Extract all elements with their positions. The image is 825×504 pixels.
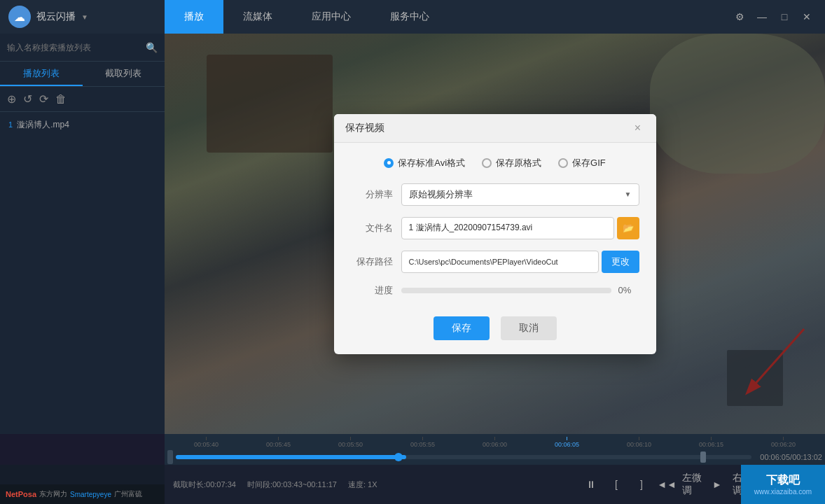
modal-body: 保存标准Avi格式 保存原格式 保存GIF 分辨率 原始视频分辨率 <box>334 143 656 354</box>
modal-overlay: 保存视频 × 保存标准Avi格式 保存原格式 保存GIF <box>165 34 825 434</box>
scrub-fill <box>176 455 406 459</box>
pause-button[interactable]: ⏸ <box>581 475 601 494</box>
search-bar: 🔍 <box>0 34 165 62</box>
filename-input[interactable]: 1 漩涡情人_20200907154739.avi <box>401 217 614 239</box>
brand-text1: 东方网力 <box>39 489 67 499</box>
sidebar: 🔍 播放列表 截取列表 ⊕ ↺ ⟳ 🗑 1 漩涡博人.mp4 <box>0 34 165 434</box>
avi-radio[interactable] <box>384 158 394 168</box>
scrub-handle[interactable] <box>394 453 403 461</box>
modal-title: 保存视频 <box>345 122 384 134</box>
watermark: 下载吧 www.xiazaiba.com <box>741 465 825 504</box>
speed: 速度: 1X <box>348 479 377 490</box>
resolution-select[interactable]: 原始视频分辨率 ▼ <box>401 183 639 206</box>
change-path-button[interactable]: 更改 <box>602 251 639 273</box>
brand-bar: NetPosa 东方网力 Smartepyeye 广州富硫 <box>0 484 165 504</box>
mark-5: 00:06:05 <box>555 441 579 448</box>
filename-group: 1 漩涡情人_20200907154739.avi 📂 <box>401 217 639 239</box>
cloud-icon: ☁ <box>14 10 25 24</box>
timeline-scrubber[interactable]: 00:06:05/00:13:02 <box>165 449 825 465</box>
progress-text: 0% <box>618 285 639 295</box>
format-gif-option[interactable]: 保存GIF <box>558 157 606 169</box>
chevron-down-icon: ▼ <box>625 190 632 198</box>
cut-duration: 截取时长:00:07:34 <box>173 479 236 490</box>
time-display: 00:06:05/00:13:02 <box>760 453 822 461</box>
mark-3: 00:05:55 <box>410 441 435 448</box>
brand-text3: 广州富硫 <box>114 489 142 499</box>
progress-bar <box>401 288 611 293</box>
resolution-value: 原始视频分辨率 <box>409 188 473 201</box>
window-controls: ⚙ — □ ✕ <box>730 7 825 27</box>
brand-logo: NetPosa <box>6 490 36 498</box>
brand-text2: Smartepyeye <box>70 491 111 498</box>
mark-7: 00:06:15 <box>699 441 723 448</box>
search-icon[interactable]: 🔍 <box>146 42 158 53</box>
savepath-group: C:\Users\pc\Documents\PEPlayer\VideoCut … <box>401 251 639 273</box>
mark-0: 00:05:40 <box>194 441 219 448</box>
gif-label: 保存GIF <box>572 157 606 169</box>
tab-cut[interactable]: 截取列表 <box>83 62 165 86</box>
format-original-option[interactable]: 保存原格式 <box>482 157 541 169</box>
resolution-label: 分辨率 <box>351 188 393 201</box>
loop-button[interactable]: ↺ <box>23 92 32 106</box>
nav-tabs: 播放 流媒体 应用中心 服务中心 <box>165 0 730 34</box>
progress-label: 进度 <box>351 284 393 297</box>
settings-button[interactable]: ⚙ <box>730 7 749 27</box>
maximize-button[interactable]: □ <box>775 7 794 27</box>
avi-label: 保存标准Avi格式 <box>398 157 465 169</box>
watermark-sub: www.xiazaiba.com <box>754 488 812 496</box>
tab-playlist[interactable]: 播放列表 <box>0 62 83 86</box>
refresh-button[interactable]: ⟳ <box>39 92 48 106</box>
scrub-end-handle[interactable] <box>700 451 706 463</box>
add-button[interactable]: ⊕ <box>7 92 16 106</box>
gif-radio[interactable] <box>558 158 568 168</box>
dropdown-arrow-icon[interactable]: ▼ <box>81 13 88 21</box>
save-button[interactable]: 保存 <box>434 316 490 340</box>
timeline-area: 00:05:40 00:05:45 00:05:50 00:05:55 00:0… <box>165 434 825 465</box>
savepath-input[interactable]: C:\Users\pc\Documents\PEPlayer\VideoCut <box>401 251 599 273</box>
format-avi-option[interactable]: 保存标准Avi格式 <box>384 157 465 169</box>
controls-bar: 截取时长:00:07:34 时间段:00:03:43~00:11:17 速度: … <box>165 465 825 504</box>
time-range: 时间段:00:03:43~00:11:17 <box>247 479 337 490</box>
savepath-value: C:\Users\pc\Documents\PEPlayer\VideoCut <box>409 258 558 266</box>
play-button[interactable]: ► <box>707 475 727 494</box>
mark-in-button[interactable]: [ <box>606 475 626 494</box>
resolution-row: 分辨率 原始视频分辨率 ▼ <box>351 183 639 206</box>
delete-button[interactable]: 🗑 <box>55 93 67 106</box>
watermark-main: 下载吧 <box>766 473 800 488</box>
progress-row: 进度 0% <box>351 284 639 297</box>
logo-area: ☁ 视云闪播 ▼ <box>0 0 165 34</box>
item-number: 1 <box>8 120 13 129</box>
mark-8: 00:06:20 <box>771 441 796 448</box>
minimize-button[interactable]: — <box>752 7 772 27</box>
mark-4: 00:06:00 <box>483 441 507 448</box>
scrub-track[interactable] <box>176 455 751 459</box>
savepath-label: 保存路径 <box>351 255 393 268</box>
close-button[interactable]: ✕ <box>797 7 817 27</box>
filename-label: 文件名 <box>351 222 393 234</box>
filename-value: 1 漩涡情人_20200907154739.avi <box>409 222 533 234</box>
app-title: 视云闪播 <box>36 10 76 23</box>
vol-down-button[interactable]: ◄◄ <box>657 475 677 494</box>
savepath-row: 保存路径 C:\Users\pc\Documents\PEPlayer\Vide… <box>351 251 639 273</box>
folder-icon: 📂 <box>623 223 634 233</box>
playlist-toolbar: ⊕ ↺ ⟳ 🗑 <box>0 87 165 112</box>
item-filename: 漩涡博人.mp4 <box>17 119 69 131</box>
nav-tab-service[interactable]: 服务中心 <box>370 0 449 34</box>
mark-out-button[interactable]: ] <box>632 475 651 494</box>
browse-folder-button[interactable]: 📂 <box>617 217 639 239</box>
nav-tab-apps[interactable]: 应用中心 <box>292 0 370 34</box>
nudge-left-button[interactable]: 左微调 <box>682 475 702 494</box>
playlist-item[interactable]: 1 漩涡博人.mp4 <box>0 112 165 137</box>
nav-tab-play[interactable]: 播放 <box>165 0 223 34</box>
mark-6: 00:06:10 <box>627 441 651 448</box>
left-handle[interactable] <box>167 450 173 464</box>
modal-close-button[interactable]: × <box>631 121 645 135</box>
nav-tab-stream[interactable]: 流媒体 <box>223 0 292 34</box>
search-input[interactable] <box>7 43 140 52</box>
cancel-button[interactable]: 取消 <box>501 316 557 340</box>
original-radio[interactable] <box>482 158 492 168</box>
timeline-ruler[interactable]: 00:05:40 00:05:45 00:05:50 00:05:55 00:0… <box>165 434 825 449</box>
video-area: 保存视频 × 保存标准Avi格式 保存原格式 保存GIF <box>165 34 825 434</box>
current-time: 00:06:05 <box>760 453 790 461</box>
app-logo-icon: ☁ <box>8 6 31 28</box>
